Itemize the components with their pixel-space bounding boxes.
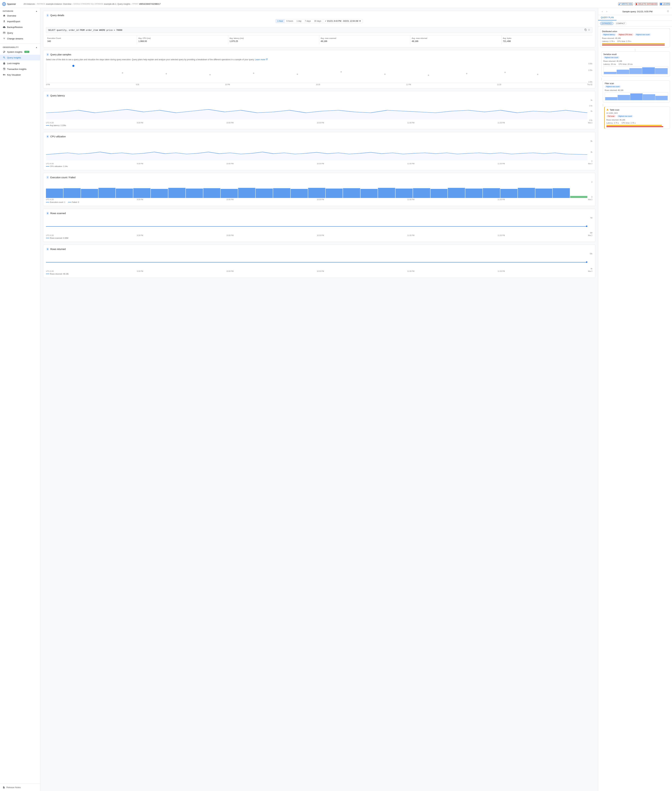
breadcrumb-db-name[interactable]: example-db-1: Query insights <box>104 3 130 5</box>
scatter-dot-selected[interactable] <box>72 65 74 67</box>
sidebar-release-notes[interactable]: Release Notes <box>3 785 38 789</box>
breadcrumb-fprint-label: FPRINT <box>132 3 138 5</box>
scatter-dot[interactable] <box>537 74 538 75</box>
query-insights-icon <box>3 56 6 59</box>
sidebar-item-change-streams[interactable]: Change streams <box>0 36 40 42</box>
metric-avg-cpu: Avg. CPU (ms) 1,968.93 <box>137 35 228 45</box>
time-selector: 1 hour 6 hours 1 day 7 days 30 days ✓ 3/… <box>275 19 363 23</box>
breadcrumb-db-label: GOOGLE STANDARD SQL DATABASE <box>74 3 103 5</box>
scatter-dot[interactable] <box>384 74 386 75</box>
chevron-up-icon-2: ▲ <box>36 46 38 48</box>
sql-text: SELECT quantity, order_id FROM order_ite… <box>48 29 122 31</box>
scatter-dot[interactable] <box>210 74 211 75</box>
copy-icon[interactable] <box>584 29 587 32</box>
time-range-value: ✓ 3/1/23, 8:43 PM - 3/2/23, 12:04 AM <box>325 20 358 22</box>
sidebar-item-import-export[interactable]: Import/Export <box>0 19 40 24</box>
subtab-expanded[interactable]: EXPANDED <box>600 22 613 25</box>
sidebar-item-query[interactable]: Query <box>0 30 40 36</box>
sidebar-item-system-insights[interactable]: System insights NEW <box>0 49 40 55</box>
query-plan-samples-title: 3 Query plan samples <box>46 53 592 56</box>
rows-scanned-chart: 7M 6M <box>46 217 592 234</box>
learn-more-link[interactable]: Learn more <box>255 58 265 61</box>
rows-scanned-legend: Rows scanned: 6.58M <box>46 237 592 239</box>
query-plan-samples-card: 3 Query plan samples Select one of the d… <box>43 50 595 88</box>
time-range-selector[interactable]: ✓ 3/1/23, 8:43 PM - 3/2/23, 12:04 AM ▼ <box>323 19 363 23</box>
sidebar-footer: Release Notes <box>0 784 40 791</box>
nav-prev-button[interactable]: ‹ <box>600 10 604 13</box>
breadcrumb-all-instances[interactable]: All instances <box>24 3 35 5</box>
failed-legend-line <box>68 202 71 202</box>
latency-chart: 3s 2.5s 2s 1.5s <box>46 99 592 121</box>
query-code-display: SELECT quantity, order_id FROM order_ite… <box>46 27 592 33</box>
content-area: 1 Query details 1 hour 6 hours 1 day 7 d… <box>40 8 672 791</box>
metric-avg-bytes: Avg. bytes 721,498 <box>501 35 592 45</box>
expand-icon[interactable] <box>588 29 590 32</box>
time-btn-30days[interactable]: 30 days <box>312 19 323 23</box>
time-btn-1hour[interactable]: 1 hour <box>276 19 285 23</box>
new-badge: NEW <box>24 51 29 53</box>
cpu-utilization-card: 6 CPU utilization 8s 4s 0 UTC+5:30 9:30 … <box>43 132 595 170</box>
insights-icon <box>3 50 6 53</box>
breadcrumb-instance-name[interactable]: example-instance: Overview <box>46 3 71 5</box>
subtab-compact[interactable]: COMPACT <box>614 22 627 25</box>
scatter-dot[interactable] <box>466 73 467 74</box>
metric-avg-rows-returned: Avg. rows returned 48,186 <box>410 35 501 45</box>
time-btn-7days[interactable]: 7 days <box>303 19 312 23</box>
metric-execution-count: Execution Count 340 <box>46 35 137 45</box>
right-panel-tabs: QUERY PLAN <box>598 15 672 21</box>
cpu-xaxis: UTC+5:30 9:30 PM 10:00 PM 10:30 PM 11:00… <box>46 163 592 165</box>
query-latency-card: 5 Query latency 3s 2.5s 2s 1.5s UTC+5:30… <box>43 91 595 129</box>
scatter-dot[interactable] <box>297 74 298 75</box>
time-btn-1day[interactable]: 1 day <box>295 19 303 23</box>
delete-database-button[interactable]: DELETE DATABASE <box>635 3 658 6</box>
sidebar-item-query-insights[interactable]: Query insights <box>0 55 40 61</box>
sidebar-database-header[interactable]: DATABASE ▲ <box>0 10 40 13</box>
badge-full-scan: Full scan <box>606 115 616 117</box>
table-scan-cpu-bar <box>606 126 663 127</box>
time-btn-6hours[interactable]: 6 hours <box>285 19 295 23</box>
right-panel-subtabs: EXPANDED COMPACT <box>598 21 672 26</box>
tab-query-plan[interactable]: QUERY PLAN <box>598 15 616 20</box>
plan-node-serialize-result: Serialize result Highest row count Rows … <box>602 51 670 77</box>
breadcrumb-fprint-value: #86542384074329B017 <box>139 3 160 5</box>
sidebar-item-transaction-insights[interactable]: Transaction insights <box>0 66 40 72</box>
expand-panel-button[interactable] <box>666 10 670 13</box>
scatter-dot[interactable] <box>428 75 429 76</box>
scatter-dot[interactable] <box>122 72 123 74</box>
scatter-dot[interactable] <box>166 73 167 74</box>
sidebar: DATABASE ▲ Overview Import/Export Backu <box>0 8 40 791</box>
cpu-legend-line <box>46 166 49 167</box>
exec-xaxis: UTC+5:30 9:30 PM 10:00 PM 10:30 PM 11:00… <box>46 199 592 200</box>
scatter-xaxis: 9 PM 9:30 10 PM 10:30 11 PM 11:30 Thu 02 <box>46 84 592 85</box>
sidebar-observability-header[interactable]: OBSERVABILITY ▲ <box>0 46 40 49</box>
home-icon <box>3 14 6 17</box>
exec-chart: 2 0 <box>46 181 592 198</box>
right-panel-header: ‹ › Sample query: 3/1/23, 9:55 PM <box>598 8 672 15</box>
chevron-down-icon: ▼ <box>359 20 361 22</box>
query-plan-scatter: 3.00s 2.25s 1.50s <box>46 63 592 83</box>
metrics-row: Execution Count 340 Avg. CPU (ms) 1,968.… <box>46 35 592 45</box>
sidebar-item-key-visualizer[interactable]: Key Visualizer <box>0 72 40 78</box>
query-latency-title: 5 Query latency <box>46 94 592 97</box>
write-ddl-button[interactable]: WRITE DDL <box>618 3 633 6</box>
sidebar-item-backup-restore[interactable]: Backup/Restore <box>0 24 40 30</box>
backup-icon <box>3 26 6 29</box>
rows-scanned-legend-line <box>46 238 49 238</box>
topbar-actions: WRITE DDL DELETE DATABASE LEARN <box>618 3 670 6</box>
import-icon <box>3 20 6 23</box>
scatter-dot[interactable] <box>504 72 506 73</box>
nav-next-button[interactable]: › <box>605 10 609 13</box>
learn-button[interactable]: LEARN <box>659 3 670 6</box>
sidebar-item-overview[interactable]: Overview <box>0 13 40 19</box>
right-panel-title: Sample query: 3/1/23, 9:55 PM <box>622 10 653 13</box>
rows-scanned-card: 8 Rows scanned 7M 6M UTC+5:30 9:30 PM 10… <box>43 209 595 242</box>
sidebar-item-lock-insights[interactable]: Lock insights <box>0 61 40 66</box>
badge-highest-row-count: Highest row count <box>635 33 651 36</box>
rows-returned-chart: 50k 0k <box>46 253 592 270</box>
badge-highest-row-count-3: Highest row count <box>605 85 621 88</box>
right-panel: ‹ › Sample query: 3/1/23, 9:55 PM QUERY … <box>598 8 672 791</box>
plan-connector-1 <box>635 49 635 51</box>
scatter-dot[interactable] <box>341 71 342 72</box>
rows-scanned-title: 8 Rows scanned <box>46 211 592 215</box>
scatter-dot[interactable] <box>253 72 254 74</box>
